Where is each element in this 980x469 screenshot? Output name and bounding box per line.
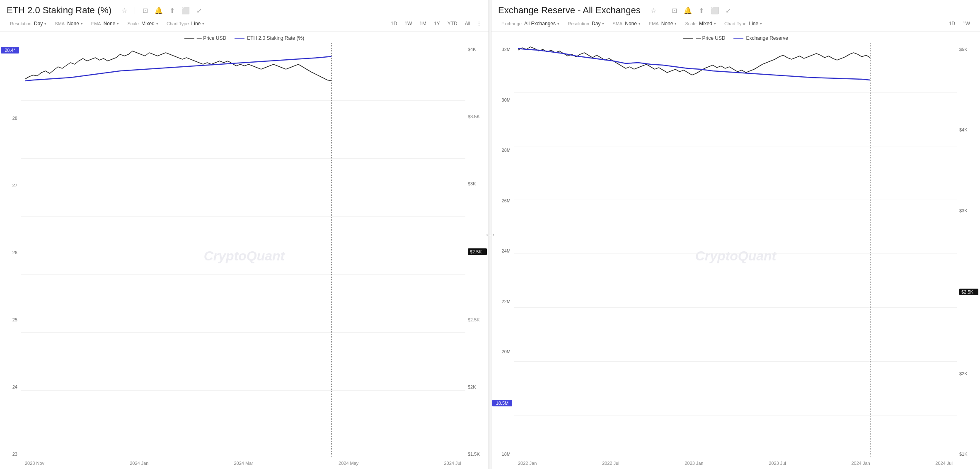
right-1d-btn[interactable]: 1D (946, 19, 958, 28)
right-time-buttons: 1D 1W (946, 19, 973, 28)
left-charttype-chevron: ▾ (202, 22, 204, 26)
left-bookmark-icon[interactable]: ⊡ (143, 7, 148, 15)
right-y-30m: 30M (492, 97, 512, 102)
left-y-28: 28 (1, 116, 19, 121)
left-toolbar: Resolution Day ▾ SMA None ▾ EMA None ▾ S… (0, 16, 489, 32)
right-camera-icon[interactable]: ⬜ (711, 7, 719, 15)
left-ytd-btn[interactable]: YTD (444, 19, 461, 28)
right-scale-dropdown[interactable]: Scale Mixed ▾ (682, 19, 719, 28)
right-exchange-chevron: ▾ (557, 22, 559, 26)
charts-container: ETH 2.0 Staking Rate (%) ☆ ⊡ 🔔 ⬆ ⬜ ⤢ Res… (0, 0, 980, 469)
right-price-1k: $1K (959, 452, 978, 457)
left-price-25k-2: $2.5K (468, 317, 487, 322)
right-x-jul23: 2023 Jul (769, 461, 786, 466)
left-1m-btn[interactable]: 1M (416, 19, 430, 28)
left-legend-price: — Price USD (184, 35, 226, 41)
right-chart-area[interactable]: CryptoQuant 32M 30M 28M 26M 24M 22M 20M … (491, 43, 980, 469)
left-1w-btn[interactable]: 1W (401, 19, 415, 28)
right-y-22m: 22M (492, 299, 512, 304)
left-price-2k: $2K (468, 384, 487, 389)
left-chart-svg (21, 43, 465, 457)
right-x-jan22: 2022 Jan (518, 461, 537, 466)
left-1d-btn[interactable]: 1D (387, 19, 400, 28)
left-x-mar: 2024 Mar (234, 461, 253, 466)
left-scale-dropdown[interactable]: Scale Mixed ▾ (124, 19, 162, 28)
right-legend-price-label: — Price USD (696, 35, 725, 41)
left-price-15k: $1.5K (468, 452, 487, 457)
right-chart-svg (514, 43, 957, 457)
left-y-23: 23 (1, 452, 19, 457)
left-chart-area[interactable]: CryptoQuant 28.4* 28 27 26 25 24 23 $4K … (0, 43, 489, 469)
right-divider-1 (664, 7, 664, 14)
left-1y-btn[interactable]: 1Y (431, 19, 443, 28)
left-divider-1 (135, 7, 135, 14)
right-price-4k: $4K (959, 127, 978, 132)
right-y-axis-right: $5K $4K $3K $2.5K $2K $1K (958, 47, 980, 457)
right-sma-dropdown[interactable]: SMA None ▾ (609, 19, 644, 28)
right-header-icons: ☆ ⊡ 🔔 ⬆ ⬜ ⤢ (651, 7, 731, 15)
right-chart-title: Exchange Reserve - All Exchanges (498, 5, 641, 16)
left-y-axis: 28.4* 28 27 26 25 24 23 (0, 47, 20, 457)
right-ema-dropdown[interactable]: EMA None ▾ (646, 19, 680, 28)
left-y-26: 26 (1, 250, 19, 255)
left-price-4k: $4K (468, 47, 487, 52)
right-expand-icon[interactable]: ⤢ (726, 7, 731, 15)
left-more-icon[interactable]: ⋮ (476, 20, 482, 27)
right-charttype-dropdown[interactable]: Chart Type Line ▾ (721, 19, 765, 28)
left-x-jul: 2024 Jul (444, 461, 461, 466)
left-chart-header: ETH 2.0 Staking Rate (%) ☆ ⊡ 🔔 ⬆ ⬜ ⤢ (0, 0, 489, 16)
left-price-highlight: $2.5K (468, 248, 487, 255)
right-chart-panel: Exchange Reserve - All Exchanges ☆ ⊡ 🔔 ⬆… (491, 0, 980, 469)
right-chart-header: Exchange Reserve - All Exchanges ☆ ⊡ 🔔 ⬆… (491, 0, 980, 16)
right-x-jan24: 2024 Jan (851, 461, 870, 466)
left-share-icon[interactable]: ⬆ (169, 7, 175, 15)
left-x-may: 2024 May (339, 461, 358, 466)
right-resolution-dropdown[interactable]: Resolution Day ▾ (564, 19, 607, 28)
right-y-highlight: 18.5M (492, 400, 512, 406)
right-star-icon[interactable]: ☆ (651, 7, 656, 15)
right-y-32m: 32M (492, 47, 512, 52)
left-x-nov: 2023 Nov (25, 461, 44, 466)
right-price-5k: $5K (959, 47, 978, 52)
right-sma-chevron: ▾ (639, 22, 641, 26)
right-price-3k: $3K (959, 208, 978, 213)
left-y-25: 25 (1, 317, 19, 322)
right-x-jul24: 2024 Jul (935, 461, 953, 466)
left-star-icon[interactable]: ☆ (121, 7, 127, 15)
right-bookmark-icon[interactable]: ⊡ (672, 7, 677, 15)
left-price-3k: $3K (468, 181, 487, 186)
left-expand-icon[interactable]: ⤢ (196, 7, 202, 15)
left-chart-title: ETH 2.0 Staking Rate (%) (7, 5, 111, 16)
left-legend-metric: ETH 2.0 Staking Rate (%) (235, 35, 304, 41)
right-scale-chevron: ▾ (714, 22, 716, 26)
left-resolution-dropdown[interactable]: Resolution Day ▾ (7, 19, 50, 28)
right-x-jan23: 2023 Jan (685, 461, 703, 466)
left-bell-icon[interactable]: 🔔 (155, 7, 163, 15)
left-scale-chevron: ▾ (156, 22, 158, 26)
left-charttype-dropdown[interactable]: Chart Type Line ▾ (163, 19, 208, 28)
right-exchange-dropdown[interactable]: Exchange All Exchanges ▾ (498, 19, 563, 28)
right-y-26m: 26M (492, 198, 512, 203)
left-ema-dropdown[interactable]: EMA None ▾ (88, 19, 123, 28)
left-time-buttons: 1D 1W 1M 1Y YTD All ⋮ (387, 19, 482, 28)
left-y-highlight: 28.4* (1, 47, 19, 53)
right-bell-icon[interactable]: 🔔 (684, 7, 692, 15)
right-x-axis: 2022 Jan 2022 Jul 2023 Jan 2023 Jul 2024… (514, 457, 957, 469)
right-charttype-chevron: ▾ (760, 22, 762, 26)
left-y-24: 24 (1, 384, 19, 389)
left-x-jan: 2024 Jan (130, 461, 148, 466)
left-sma-dropdown[interactable]: SMA None ▾ (51, 19, 86, 28)
right-x-jul22: 2022 Jul (602, 461, 619, 466)
left-legend-metric-label: ETH 2.0 Staking Rate (%) (247, 35, 304, 41)
left-price-35k: $3.5K (468, 114, 487, 119)
left-y-27: 27 (1, 183, 19, 188)
left-camera-icon[interactable]: ⬜ (181, 7, 190, 15)
right-y-20m: 20M (492, 349, 512, 354)
right-share-icon[interactable]: ⬆ (699, 7, 704, 15)
right-1w-btn[interactable]: 1W (959, 19, 973, 28)
left-resolution-chevron: ▾ (44, 22, 46, 26)
left-y-axis-right: $4K $3.5K $3K $2.5K $2.5K $2K $1.5K (466, 47, 489, 457)
left-all-btn[interactable]: All (462, 19, 474, 28)
left-legend: — Price USD ETH 2.0 Staking Rate (%) (0, 32, 489, 43)
right-ema-chevron: ▾ (675, 22, 677, 26)
